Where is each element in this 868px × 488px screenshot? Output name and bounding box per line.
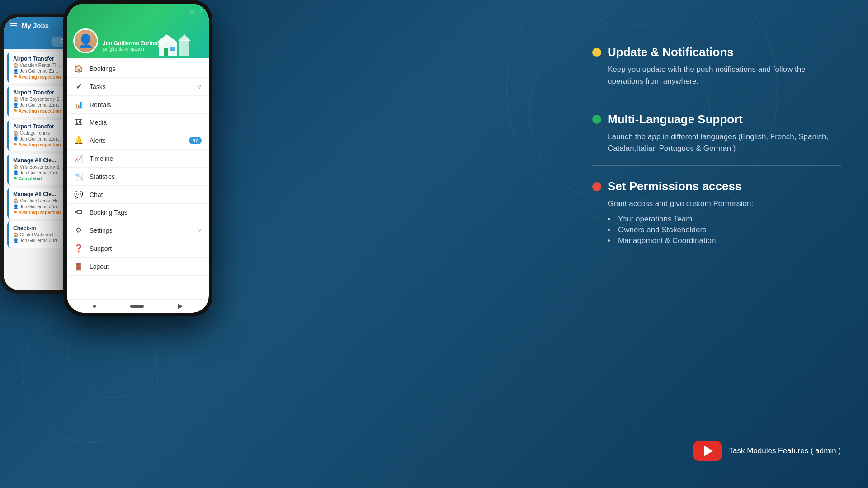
menu-icon: 🏷	[74, 208, 83, 216]
phone-front: ⧉ ⋮ 👤 Jon Guillermo Zurinaga jon@rental-…	[63, 0, 212, 316]
menu-item-bookings[interactable]: 🏠 Bookings	[67, 60, 209, 78]
menu-label: Media	[90, 119, 202, 126]
menu-item-chat[interactable]: 💬 Chat	[67, 186, 209, 204]
youtube-label: Task Modules Features ( admin )	[729, 446, 841, 455]
menu-label: Booking Tags	[90, 209, 202, 216]
copy-icon: ⧉	[190, 8, 194, 16]
feature-card-title: Multi-Language Support	[608, 113, 743, 127]
phone-menu-list: 🏠 Bookings ✔ Tasks ∨ 📊 Rentals 🖼 Media 🔔…	[67, 58, 209, 299]
menu-icon: 📉	[74, 172, 83, 181]
right-feature-card-1: Multi-Language Support Launch the app in…	[592, 113, 841, 166]
back-button	[93, 305, 96, 308]
menu-item-booking-tags[interactable]: 🏷 Booking Tags	[67, 204, 209, 221]
play-icon	[704, 446, 713, 456]
menu-item-media[interactable]: 🖼 Media	[67, 114, 209, 131]
youtube-row: Task Modules Features ( admin )	[693, 441, 841, 461]
phone-bottom-bar	[67, 299, 209, 313]
feature-card-body: Launch the app in different languages (E…	[592, 131, 841, 155]
menu-label: Settings	[90, 227, 191, 234]
menu-label: Alerts	[90, 137, 183, 144]
phone-header-icons: ⧉ ⋮	[190, 8, 204, 16]
bullet-item: Owners and Stakeholders	[608, 225, 841, 235]
forward-button	[178, 304, 183, 309]
menu-item-timeline[interactable]: 📈 Timeline	[67, 150, 209, 168]
menu-label: Statistics	[90, 173, 202, 180]
menu-icon: 📊	[74, 100, 83, 109]
menu-item-statistics[interactable]: 📉 Statistics	[67, 168, 209, 186]
feature-card-title: Set Permissions access	[608, 179, 741, 193]
menu-item-tasks[interactable]: ✔ Tasks ∨	[67, 78, 209, 96]
bullet-item: Management & Coordination	[608, 236, 841, 245]
bg-decoration-4	[68, 307, 158, 398]
feature-card-body: Grant access and give custom Permission:	[592, 198, 841, 210]
avatar: 👤	[73, 28, 98, 53]
feature-card-title: Update & Notifications	[608, 45, 734, 59]
menu-item-alerts[interactable]: 🔔 Alerts 47	[67, 131, 209, 150]
svg-rect-3	[170, 47, 175, 51]
menu-icon: 📈	[74, 154, 83, 163]
svg-rect-2	[164, 48, 168, 56]
phone-back-title: My Jobs	[22, 22, 49, 29]
feature-dot-icon	[592, 48, 601, 57]
more-icon: ⋮	[198, 8, 204, 16]
hamburger-icon	[10, 23, 17, 28]
menu-label: Rentals	[90, 101, 202, 108]
bg-decoration-3	[23, 307, 158, 443]
menu-icon: 🖼	[74, 118, 83, 127]
right-feature-card-0: Update & Notifications Keep you update w…	[592, 45, 841, 99]
menu-item-rentals[interactable]: 📊 Rentals	[67, 96, 209, 114]
menu-label: Support	[90, 245, 202, 252]
menu-icon: 🚪	[74, 262, 83, 271]
menu-label: Chat	[90, 191, 202, 198]
menu-icon: ✔	[74, 82, 83, 91]
menu-label: Bookings	[90, 65, 202, 72]
menu-item-logout[interactable]: 🚪 Logout	[67, 258, 209, 276]
menu-label: Tasks	[90, 83, 191, 90]
svg-marker-5	[178, 34, 191, 41]
right-section: Update & Notifications Keep you update w…	[592, 45, 841, 272]
svg-rect-4	[179, 40, 189, 56]
feature-card-body: Keep you update with the push notificati…	[592, 64, 841, 88]
phone-front-header: ⧉ ⋮ 👤 Jon Guillermo Zurinaga jon@rental-…	[67, 4, 209, 58]
menu-item-support[interactable]: ❓ Support	[67, 239, 209, 258]
menu-label: Logout	[90, 263, 202, 270]
menu-item-settings[interactable]: ⚙ Settings ∨	[67, 221, 209, 239]
feature-dot-icon	[592, 182, 601, 191]
menu-label: Timeline	[90, 155, 202, 162]
menu-icon: 🔔	[74, 136, 83, 145]
youtube-button[interactable]	[693, 441, 722, 461]
feature-dot-icon	[592, 115, 601, 124]
home-button[interactable]	[130, 305, 144, 308]
right-feature-card-2: Set Permissions access Grant access and …	[592, 179, 841, 258]
menu-icon: ⚙	[74, 226, 83, 235]
svg-marker-1	[157, 34, 177, 42]
menu-icon: 💬	[74, 190, 83, 199]
menu-icon: 🏠	[74, 64, 83, 73]
bullet-item: Your operations Team	[608, 215, 841, 224]
house-illustration	[155, 31, 191, 58]
menu-icon: ❓	[74, 244, 83, 253]
